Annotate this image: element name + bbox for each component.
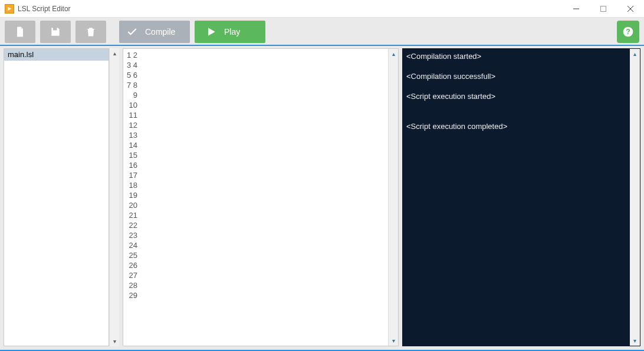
- console-panel: <Compilation started><Compilation succes…: [402, 48, 640, 346]
- trash-icon: [85, 26, 97, 38]
- play-button[interactable]: Play: [195, 21, 265, 43]
- check-icon: [126, 26, 138, 38]
- scroll-track[interactable]: [110, 58, 119, 336]
- console-output[interactable]: <Compilation started><Compilation succes…: [403, 49, 630, 346]
- code-editor[interactable]: [141, 49, 388, 346]
- maximize-icon: [600, 6, 606, 12]
- help-button[interactable]: ?: [617, 21, 639, 43]
- scroll-track[interactable]: [389, 59, 398, 336]
- scroll-up-icon[interactable]: ▴: [630, 49, 640, 59]
- svg-text:?: ?: [626, 28, 630, 36]
- editor-scrollbar[interactable]: ▴ ▾: [388, 49, 398, 346]
- scroll-track[interactable]: [630, 59, 640, 336]
- maximize-button[interactable]: [590, 0, 617, 17]
- console-line: <Script execution started>: [406, 91, 626, 101]
- file-list-scrollbar[interactable]: ▴ ▾: [109, 48, 119, 346]
- console-line: [406, 101, 626, 111]
- console-line: [406, 61, 626, 71]
- console-line: [406, 111, 626, 121]
- file-list[interactable]: main.lsl: [4, 48, 109, 346]
- delete-button[interactable]: [75, 21, 106, 43]
- file-item[interactable]: main.lsl: [4, 49, 109, 61]
- scroll-down-icon[interactable]: ▾: [389, 336, 398, 346]
- console-scrollbar[interactable]: ▴ ▾: [630, 49, 640, 346]
- window-controls: [563, 0, 644, 17]
- window-title: LSL Script Editor: [18, 5, 71, 13]
- close-button[interactable]: [617, 0, 644, 17]
- close-icon: [627, 6, 633, 12]
- scroll-up-icon[interactable]: ▴: [110, 48, 119, 58]
- save-button[interactable]: [40, 21, 71, 43]
- title-bar: LSL Script Editor: [0, 0, 644, 18]
- scroll-up-icon[interactable]: ▴: [389, 49, 398, 59]
- svg-rect-0: [601, 6, 606, 11]
- console-line: [406, 81, 626, 91]
- app-icon: [5, 4, 14, 14]
- scroll-down-icon[interactable]: ▾: [630, 336, 640, 346]
- minimize-button[interactable]: [563, 0, 590, 17]
- console-line: <Compilation started>: [406, 51, 626, 61]
- line-number-gutter: 1 2 3 4 5 6 7 8 9 10 11 12 13 14 15 16 1…: [123, 49, 141, 346]
- help-icon: ?: [622, 26, 634, 38]
- save-icon: [50, 26, 61, 38]
- console-line: <Compilation successfull>: [406, 71, 626, 81]
- console-line: <Script execution completed>: [406, 121, 626, 131]
- main-area: main.lsl ▴ ▾ 1 2 3 4 5 6 7 8 9 10 11 12 …: [0, 45, 644, 350]
- minimize-icon: [573, 6, 579, 12]
- play-icon: [205, 26, 217, 38]
- new-file-button[interactable]: [5, 21, 35, 43]
- code-editor-panel: 1 2 3 4 5 6 7 8 9 10 11 12 13 14 15 16 1…: [123, 48, 399, 346]
- compile-button[interactable]: Compile: [119, 21, 190, 43]
- toolbar: Compile Play ?: [0, 18, 644, 46]
- file-icon: [14, 26, 26, 38]
- compile-label: Compile: [145, 27, 175, 37]
- scroll-down-icon[interactable]: ▾: [110, 336, 119, 346]
- play-label: Play: [224, 27, 240, 37]
- file-list-panel: main.lsl ▴ ▾: [4, 48, 119, 346]
